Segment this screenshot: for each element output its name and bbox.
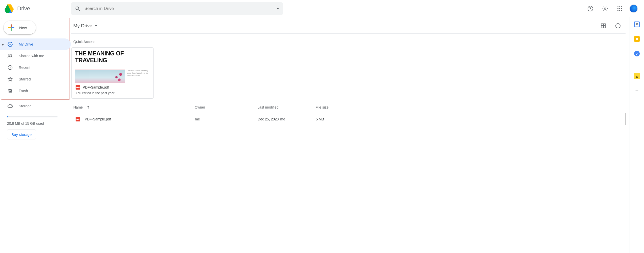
pdf-badge-icon: PDF xyxy=(76,117,80,121)
svg-rect-30 xyxy=(604,24,605,26)
plus-multicolor-icon xyxy=(7,24,15,32)
grid-view-button[interactable] xyxy=(598,21,608,31)
file-size: 5 MB xyxy=(316,117,356,121)
svg-point-12 xyxy=(604,8,606,9)
search-options-caret-icon[interactable] xyxy=(277,8,279,9)
svg-point-13 xyxy=(617,6,618,7)
sidebar-item-trash[interactable]: Trash xyxy=(0,85,71,97)
keep-addon[interactable] xyxy=(633,35,640,43)
svg-line-9 xyxy=(79,9,80,11)
calendar-addon[interactable] xyxy=(633,21,640,28)
sidebar-item-label: Storage xyxy=(19,104,32,108)
my-drive-icon xyxy=(7,41,13,47)
cloud-icon xyxy=(7,103,13,109)
svg-point-21 xyxy=(621,10,622,11)
download-addon[interactable] xyxy=(633,73,640,80)
storage-usage-text: 20.8 MB of 15 GB used xyxy=(7,121,71,125)
column-header-modified[interactable]: Last modified xyxy=(257,105,316,109)
file-owner: me xyxy=(195,117,258,121)
right-side-panel: ✓ + xyxy=(630,17,644,253)
svg-rect-29 xyxy=(601,24,603,26)
file-row[interactable]: PDF PDF-Sample.pdf me Dec 25, 2020me 5 M… xyxy=(71,113,626,125)
quick-preview: THE MEANING OF TRAVELING "Better to see … xyxy=(72,48,153,82)
svg-rect-31 xyxy=(601,26,603,28)
help-button[interactable] xyxy=(585,4,595,14)
get-addons-button[interactable]: + xyxy=(633,87,640,94)
quick-card-filename: PDF-Sample.pdf xyxy=(83,85,109,89)
quick-card-meta: PDF PDF-Sample.pdf You edited in the pas… xyxy=(72,82,153,98)
breadcrumb[interactable]: My Drive xyxy=(73,23,97,29)
svg-rect-23 xyxy=(11,25,12,28)
search-input[interactable] xyxy=(84,6,273,11)
header: Drive xyxy=(0,0,644,17)
buy-storage-button[interactable]: Buy storage xyxy=(7,130,36,139)
svg-point-17 xyxy=(619,8,620,9)
gear-icon xyxy=(602,6,608,12)
star-icon xyxy=(7,76,13,82)
settings-button[interactable] xyxy=(600,4,610,14)
preview-quote: "Better to see something once than hear … xyxy=(127,69,150,77)
sidebar-item-label: Shared with me xyxy=(19,54,44,58)
preview-headline: THE MEANING OF TRAVELING xyxy=(75,50,150,64)
sidebar-item-recent[interactable]: Recent xyxy=(0,62,71,73)
account-avatar[interactable] xyxy=(629,4,638,13)
column-header-name[interactable]: Name xyxy=(73,105,195,109)
files-header-row: Name Owner Last modified File size xyxy=(71,99,626,113)
svg-point-16 xyxy=(617,8,618,9)
preview-thumbnail xyxy=(75,69,125,83)
main-header: My Drive xyxy=(71,17,626,34)
svg-rect-25 xyxy=(8,27,11,28)
pdf-badge-icon: PDF xyxy=(76,85,80,90)
quick-card-subtitle: You edited in the past year xyxy=(76,91,149,95)
keep-icon xyxy=(634,36,640,42)
drive-logo-icon xyxy=(4,4,14,14)
plus-icon: + xyxy=(635,88,639,94)
search-icon xyxy=(75,6,80,11)
app-name: Drive xyxy=(17,5,30,12)
apps-button[interactable] xyxy=(615,4,625,14)
svg-point-14 xyxy=(619,6,620,7)
sidebar-item-storage[interactable]: Storage xyxy=(0,100,71,112)
grid-view-icon xyxy=(601,23,606,29)
trash-icon xyxy=(7,88,13,94)
tasks-addon[interactable]: ✓ xyxy=(633,50,640,57)
svg-point-8 xyxy=(76,7,79,10)
svg-point-18 xyxy=(621,8,622,9)
column-header-owner[interactable]: Owner xyxy=(195,105,257,109)
svg-point-20 xyxy=(619,10,620,11)
header-actions xyxy=(585,4,640,14)
file-name: PDF-Sample.pdf xyxy=(85,117,111,121)
search-bar[interactable] xyxy=(71,2,283,15)
sidebar-item-label: Recent xyxy=(19,66,30,70)
disclosure-triangle-icon[interactable]: ▶ xyxy=(2,43,4,46)
column-header-size[interactable]: File size xyxy=(316,105,356,109)
sidebar-item-shared[interactable]: Shared with me xyxy=(0,50,71,62)
new-button[interactable]: New xyxy=(4,21,36,34)
help-icon xyxy=(587,6,593,12)
sidebar-item-my-drive[interactable]: ▶ My Drive xyxy=(0,38,71,50)
storage-section: 20.8 MB of 15 GB used Buy storage xyxy=(0,112,71,139)
info-icon xyxy=(615,23,621,29)
new-button-label: New xyxy=(19,26,27,30)
tasks-icon: ✓ xyxy=(634,51,640,56)
quick-access-card[interactable]: THE MEANING OF TRAVELING "Better to see … xyxy=(71,47,154,99)
apps-grid-icon xyxy=(617,6,622,11)
breadcrumb-caret-icon xyxy=(95,25,97,27)
recent-icon xyxy=(7,65,13,70)
sidebar-item-label: Starred xyxy=(19,77,31,81)
download-icon xyxy=(634,73,640,79)
rail-separator xyxy=(634,65,640,65)
svg-point-15 xyxy=(621,6,622,7)
svg-point-35 xyxy=(618,25,618,25)
storage-progress xyxy=(7,116,58,117)
sidebar: New ▶ My Drive Shared with me Recent xyxy=(0,17,71,253)
main-content: My Drive Quick Access THE MEANING OF TRA… xyxy=(71,17,630,253)
sidebar-item-starred[interactable]: Starred xyxy=(0,73,71,85)
file-modified: Dec 25, 2020me xyxy=(258,117,316,121)
logo[interactable]: Drive xyxy=(4,4,65,14)
svg-rect-32 xyxy=(604,26,605,28)
info-button[interactable] xyxy=(613,21,623,31)
app-root: Drive xyxy=(0,0,644,253)
calendar-icon xyxy=(634,22,640,27)
svg-point-27 xyxy=(11,54,12,55)
